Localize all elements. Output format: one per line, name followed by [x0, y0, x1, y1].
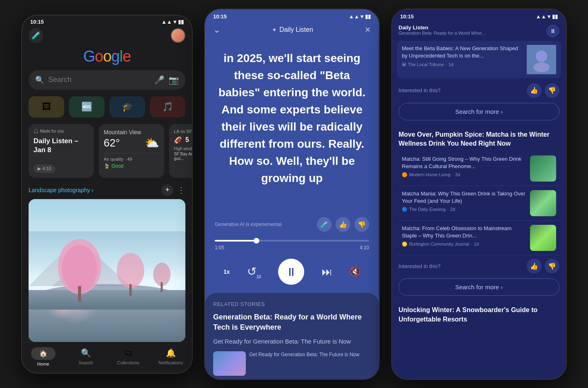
landscape-image-content: [29, 199, 185, 342]
thumbup-btn-1[interactable]: 👍: [527, 83, 541, 98]
flask-btn[interactable]: 🧪: [317, 217, 332, 232]
search-more-btn-2[interactable]: Search for more ›: [399, 278, 559, 296]
thumbup-btn[interactable]: 👍: [336, 217, 350, 232]
daily-listen-title: Daily Listen – Jan 8: [33, 137, 89, 155]
quick-action-education[interactable]: 🎓: [109, 96, 145, 118]
user-avatar[interactable]: [171, 28, 185, 43]
mute-btn[interactable]: 🔇: [350, 266, 361, 277]
phone3-status-bar: 10:15 ▲▲ ▾ ▮▮: [392, 9, 566, 21]
article-item-2[interactable]: Matcha Mania: Why This Green Drink is Ta…: [397, 186, 561, 221]
search-bar[interactable]: 🔍 🎤 📷: [29, 70, 185, 90]
speed-control[interactable]: 1x: [223, 268, 230, 275]
search-more-btn-1[interactable]: Search for more ›: [399, 103, 559, 120]
phone2-status-bar: 10:15 ▲▲ ▾ ▮▮: [205, 9, 379, 21]
news-card-text: Meet the Beta Babies: A New Generation S…: [402, 45, 523, 74]
sparkle-icon: ✦: [272, 27, 277, 33]
phone3-signal: ▲▲: [536, 13, 546, 20]
article-thumb-3: [530, 225, 556, 251]
progress-dot[interactable]: [254, 238, 259, 244]
svg-rect-4: [29, 290, 185, 310]
more-options-icon[interactable]: ⋮: [177, 185, 185, 195]
source-icon-3: 🟡: [402, 242, 408, 247]
player-header: ⌄ ✦ Daily Listen ✕: [205, 21, 379, 42]
close-icon[interactable]: ✕: [365, 25, 371, 34]
cards-row: 🎧 Made for you Daily Listen – Jan 8 ▶ 4:…: [22, 124, 192, 183]
play-icon: ▶: [38, 166, 41, 171]
landscape-image: [29, 199, 185, 342]
next-btn[interactable]: ⏭: [322, 266, 332, 278]
transcript-text: in 2025, we'll start seeing these so-cal…: [216, 50, 368, 187]
thumbdown-btn-2[interactable]: 👎: [545, 259, 559, 273]
phone-2: 10:15 ▲▲ ▾ ▮▮ ⌄ ✦ Daily Listen ✕ in 2025…: [204, 9, 380, 380]
sports-label: LA vs SF: [174, 129, 192, 134]
source-icon-2: 🔵: [402, 207, 408, 212]
chevron-down-icon[interactable]: ⌄: [213, 24, 220, 35]
phone1-wifi: ▾: [174, 19, 176, 25]
weather-card[interactable]: Mountain View 62° ⛅ Air quality · 49 🍃 G…: [99, 124, 164, 178]
google-logo: Google: [22, 46, 192, 70]
dl-pause-btn[interactable]: ⏸: [546, 24, 559, 38]
thumbup-btn-2[interactable]: 👍: [527, 259, 541, 273]
phone2-wifi: ▾: [361, 13, 363, 20]
progress-bar[interactable]: [215, 240, 369, 242]
related-article-2[interactable]: Get Ready for Generation Beta: The Futur…: [213, 338, 371, 351]
headphones-icon: 🎧: [33, 129, 38, 133]
article-item-1[interactable]: Matcha: Still Going Strong – Why This Gr…: [397, 151, 561, 186]
article-2-title: Matcha Mania: Why This Green Drink is Ta…: [402, 190, 526, 205]
daily-listen-card[interactable]: 🎧 Made for you Daily Listen – Jan 8 ▶ 4:…: [29, 124, 94, 178]
add-collection-btn[interactable]: +: [162, 184, 173, 196]
collection-title[interactable]: Landscape photography ›: [29, 187, 94, 193]
weather-temp: 62° ⛅: [104, 136, 159, 150]
collection-arrow: ›: [91, 187, 94, 193]
article-3-source: 🟡 Burlington Community Journal · 1d: [402, 242, 526, 247]
top-news-source: 🏛 The Local Tribune · 1d: [402, 62, 523, 67]
play-pause-btn[interactable]: ⏸: [278, 259, 304, 285]
search-input[interactable]: [48, 75, 150, 84]
bottom-nav: 🏠 Home 🔍 Search 🗂 Collections 🔔 Notifica…: [22, 342, 192, 373]
svg-point-13: [536, 51, 547, 62]
dl-subtitle: Generation Beta: Ready for a World Where…: [399, 31, 488, 35]
article-2-source: 🔵 The Daily Evening · 2d: [402, 207, 526, 212]
nav-search[interactable]: 🔍 Search: [65, 347, 107, 366]
section-1-heading: Move Over, Pumpkin Spice: Matcha is the …: [392, 125, 566, 152]
phone-1: 10:15 ▲▲ ▾ ▮▮ 🧪 Google 🔍 🎤 📷 🖼 🔤 🎓 🎵: [21, 15, 193, 374]
progress-current: 1:05: [215, 245, 224, 251]
play-badge[interactable]: ▶ 4:10: [33, 164, 55, 173]
nav-notifications[interactable]: 🔔 Notifications: [149, 347, 192, 366]
interested-text-1: Interested in this?: [399, 87, 441, 93]
svg-point-14: [533, 62, 550, 72]
air-quality-good: 🍃 Good: [104, 163, 123, 169]
top-news-card[interactable]: Meet the Beta Babies: A New Generation S…: [397, 41, 561, 78]
quick-action-music[interactable]: 🎵: [150, 96, 185, 118]
thumbdown-btn-1[interactable]: 👎: [545, 83, 559, 98]
sports-card[interactable]: LA vs SF 🏈 5 High wind SF Bay Are... 60m…: [169, 124, 192, 178]
camera-icon[interactable]: 📷: [169, 75, 179, 85]
quick-action-translate[interactable]: 🔤: [69, 96, 105, 118]
related-article-3: Get Ready for Generation Beta: The Futur…: [249, 351, 371, 376]
home-label: Home: [37, 361, 49, 366]
svg-rect-9: [129, 284, 132, 296]
collection-header: Landscape photography › + ⋮: [22, 183, 192, 199]
collections-label: Collections: [117, 360, 139, 365]
top-news-title: Meet the Beta Babies: A New Generation S…: [402, 45, 523, 60]
mic-icon[interactable]: 🎤: [154, 75, 165, 85]
air-quality-section: Air quality · 49 🍃 Good: [104, 153, 159, 169]
thumbdown-btn[interactable]: 👎: [354, 217, 369, 232]
section-2-heading: Unlocking Winter: A Snowboarder's Guide …: [392, 301, 566, 327]
article-thumb-1: [530, 155, 556, 182]
progress-section[interactable]: 1:05 4:10: [205, 237, 379, 252]
nav-home[interactable]: 🏠 Home: [22, 347, 65, 366]
phone1-time: 10:15: [30, 19, 44, 25]
article-item-text-3: Matcha: From Celeb Obsession to Mainstre…: [402, 225, 526, 246]
article-item-3[interactable]: Matcha: From Celeb Obsession to Mainstre…: [397, 221, 561, 255]
quick-action-images[interactable]: 🖼: [29, 96, 64, 118]
phone3-battery: ▮▮: [552, 13, 558, 20]
high-wind-label: High wind: [174, 146, 192, 151]
nav-collections[interactable]: 🗂 Collections: [107, 347, 149, 366]
search-icon: 🔍: [35, 75, 44, 84]
related-article-1[interactable]: Generation Beta: Ready for a World Where…: [213, 312, 371, 333]
phone1-top-bar: 🧪: [22, 27, 192, 46]
flask-icon[interactable]: 🧪: [29, 28, 43, 43]
phone3-time: 10:15: [400, 13, 414, 20]
rewind-btn[interactable]: ↺10: [247, 265, 261, 279]
